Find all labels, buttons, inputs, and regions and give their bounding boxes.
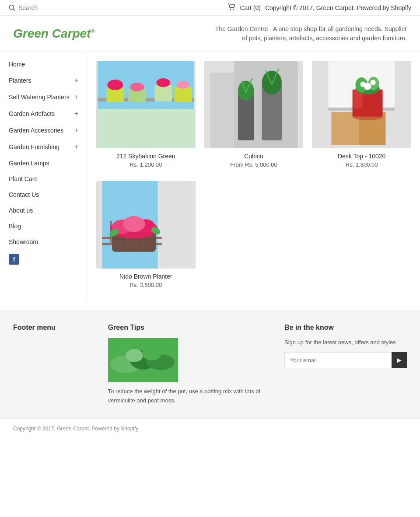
sidebar-item-label: Planters xyxy=(9,77,31,84)
product-info: Nido Brown Planter Rs. 3,500.00 xyxy=(96,269,196,293)
sidebar-item-label: Plant Care xyxy=(9,175,38,182)
email-input[interactable] xyxy=(284,352,392,368)
sidebar-item-garden-lamps[interactable]: Garden Lamps xyxy=(0,155,87,171)
svg-point-2 xyxy=(230,9,231,10)
svg-rect-41 xyxy=(158,181,190,269)
logo-text: Green Carpet xyxy=(13,27,91,40)
green-tips-heading: Green Tips xyxy=(108,324,271,332)
product-name: Cubico xyxy=(204,153,304,160)
expand-icon: + xyxy=(74,93,78,101)
svg-point-13 xyxy=(156,78,170,87)
svg-point-38 xyxy=(360,82,366,87)
cart-link[interactable]: Cart (0) xyxy=(240,4,260,11)
product-name: Nido Brown Planter xyxy=(96,273,196,280)
sidebar-item-garden-accessories[interactable]: Garden Accessories + xyxy=(0,122,87,139)
sidebar-item-self-watering-planters[interactable]: Self Watering Planters + xyxy=(0,89,87,105)
logo[interactable]: Green Carpet® xyxy=(13,27,94,41)
subscribe-button[interactable]: ▶ xyxy=(392,352,407,368)
product-content: 212 Skybalcon Green Rs. 1,200.00 xyxy=(88,52,420,301)
svg-point-39 xyxy=(371,80,376,85)
svg-point-0 xyxy=(10,5,14,9)
sidebar-item-garden-artefacts[interactable]: Garden Artefacts + xyxy=(0,105,87,122)
svg-point-67 xyxy=(126,349,143,362)
expand-icon: + xyxy=(74,110,78,118)
product-name: 212 Skybalcon Green xyxy=(96,153,196,160)
sidebar-item-label: About us xyxy=(9,207,33,214)
sidebar-item-about-us[interactable]: About us xyxy=(0,203,87,218)
footer-newsletter-col: Be in the know Sign up for the latest ne… xyxy=(284,324,407,405)
facebook-icon[interactable]: f xyxy=(9,254,19,265)
sidebar-item-label: Garden Lamps xyxy=(9,160,49,167)
svg-point-68 xyxy=(142,346,161,360)
svg-rect-9 xyxy=(154,85,172,101)
product-price: Rs. 3,500.00 xyxy=(96,282,196,288)
product-image xyxy=(96,181,196,269)
sidebar-item-garden-furnishing[interactable]: Garden Furnishing + xyxy=(0,139,87,155)
sidebar-item-blog[interactable]: Blog xyxy=(0,218,87,234)
product-info: 212 Skybalcon Green Rs. 1,200.00 xyxy=(96,148,196,172)
product-card[interactable]: 212 Skybalcon Green Rs. 1,200.00 xyxy=(96,61,196,172)
footer-menu-heading: Footer menu xyxy=(13,324,95,332)
product-card[interactable]: Cubico From Rs. 5,000.00 xyxy=(204,61,304,172)
svg-point-21 xyxy=(262,71,281,95)
footer: Footer menu Green Tips To reduce the wei… xyxy=(0,310,420,419)
newsletter-heading: Be in the know xyxy=(284,324,407,332)
sidebar-item-contact-us[interactable]: Contact Us xyxy=(0,187,87,203)
product-info: Cubico From Rs. 5,000.00 xyxy=(204,148,304,172)
sidebar-social: f xyxy=(0,250,87,269)
expand-icon: + xyxy=(74,126,78,134)
svg-line-1 xyxy=(14,9,15,10)
sidebar-item-label: Garden Artefacts xyxy=(9,110,55,117)
svg-rect-5 xyxy=(98,109,194,148)
sidebar: Home Planters + Self Watering Planters +… xyxy=(0,52,88,301)
expand-icon: + xyxy=(74,143,78,151)
svg-point-11 xyxy=(107,80,123,90)
sidebar-item-planters[interactable]: Planters + xyxy=(0,72,87,89)
product-image xyxy=(204,61,304,148)
sidebar-item-showroom[interactable]: Showroom xyxy=(0,234,87,250)
search-form xyxy=(9,4,71,11)
sidebar-item-label: Self Watering Planters xyxy=(9,94,70,101)
sidebar-item-plant-care[interactable]: Plant Care xyxy=(0,171,87,187)
sidebar-item-label: Blog xyxy=(9,223,21,230)
tips-text: To reduce the weight of the pot, use a p… xyxy=(108,387,271,405)
product-image xyxy=(312,61,411,148)
svg-point-60 xyxy=(123,216,145,232)
product-price: Rs. 1,200.00 xyxy=(96,161,196,168)
svg-point-20 xyxy=(238,80,254,100)
product-price: Rs. 1,800.00 xyxy=(312,161,411,168)
product-grid: 212 Skybalcon Green Rs. 1,200.00 xyxy=(96,61,411,293)
sidebar-item-label: Contact Us xyxy=(9,191,39,198)
sidebar-item-label: Showroom xyxy=(9,238,38,245)
newsletter-desc: Sign up for the latest news, offers and … xyxy=(284,338,407,347)
logo-trademark: ® xyxy=(91,28,94,35)
product-image xyxy=(96,61,196,148)
product-card[interactable]: Nido Brown Planter Rs. 3,500.00 xyxy=(96,181,196,293)
newsletter-form: ▶ xyxy=(284,352,407,368)
product-card[interactable]: Desk Top - 10020 Rs. 1,800.00 xyxy=(312,61,411,172)
expand-icon: + xyxy=(74,77,78,84)
product-name: Desk Top - 10020 xyxy=(312,153,411,160)
sidebar-item-home[interactable]: Home xyxy=(0,56,87,72)
cart-checkout-area: Cart (0) Copyright © 2017, Green Carpet.… xyxy=(228,3,411,12)
footer-menu-col: Footer menu xyxy=(13,324,95,405)
footer-green-tips-col: Green Tips To reduce the weight of the p… xyxy=(108,324,271,405)
tagline: The Garden Centre - A one stop shop for … xyxy=(210,24,407,43)
sidebar-item-label: Garden Furnishing xyxy=(9,143,60,150)
top-bar: Cart (0) Copyright © 2017, Green Carpet.… xyxy=(0,0,420,16)
search-input[interactable] xyxy=(18,4,71,11)
sidebar-item-label: Home xyxy=(9,61,25,68)
svg-point-3 xyxy=(233,9,234,10)
svg-point-14 xyxy=(177,81,189,89)
green-tips-image xyxy=(108,338,178,382)
svg-rect-10 xyxy=(174,87,192,102)
cart-icon xyxy=(228,3,235,12)
search-icon xyxy=(9,4,16,11)
product-info: Desk Top - 10020 Rs. 1,800.00 xyxy=(312,148,411,172)
main-layout: Home Planters + Self Watering Planters +… xyxy=(0,52,420,301)
svg-point-12 xyxy=(130,83,144,91)
site-header: Green Carpet® The Garden Centre - A one … xyxy=(0,16,420,52)
copyright-text: Copyright © 2017, Green Carpet. Powered … xyxy=(13,426,138,432)
checkout-link[interactable]: Copyright © 2017, Green Carpet. Powered … xyxy=(265,4,411,11)
product-price: From Rs. 5,000.00 xyxy=(204,161,304,168)
